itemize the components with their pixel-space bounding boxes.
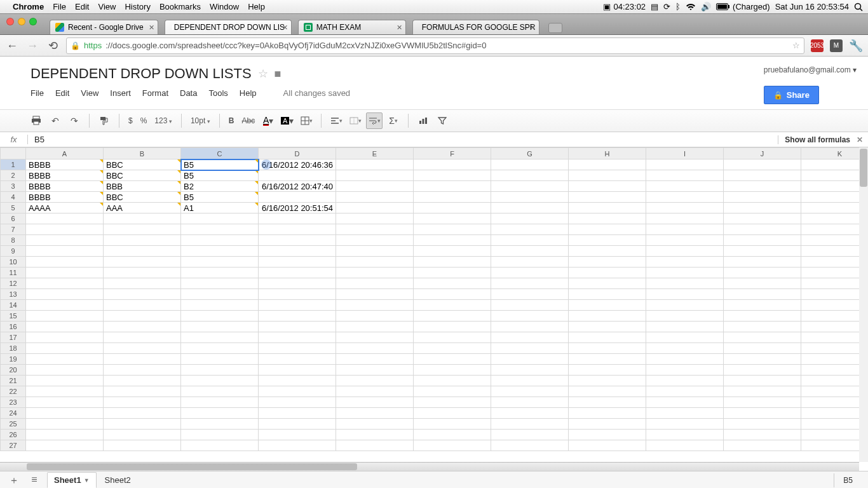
bookmark-star-icon[interactable]: ☆ <box>792 41 800 50</box>
cell-D22[interactable] <box>259 386 336 397</box>
cell-I15[interactable] <box>646 311 724 322</box>
cell-D12[interactable] <box>259 278 336 289</box>
cell-D14[interactable] <box>259 300 336 311</box>
cell-A21[interactable] <box>26 376 104 386</box>
number-format-button[interactable]: 123 <box>152 116 175 125</box>
cell-K16[interactable] <box>801 322 860 332</box>
functions-button[interactable]: Σ <box>385 112 402 129</box>
paint-format-button[interactable] <box>96 112 112 129</box>
cell-D25[interactable] <box>259 419 336 430</box>
cell-G24[interactable] <box>491 408 569 419</box>
cell-F26[interactable] <box>414 430 491 440</box>
row-header-22[interactable]: 22 <box>1 386 26 397</box>
cell-C7[interactable] <box>181 224 259 235</box>
row-header-19[interactable]: 19 <box>1 354 26 365</box>
cell-D8[interactable] <box>259 235 336 246</box>
cell-H6[interactable] <box>569 214 646 224</box>
cell-K19[interactable] <box>801 354 860 365</box>
cell-B3[interactable]: BBB <box>104 181 181 192</box>
cell-I23[interactable] <box>646 397 724 408</box>
cell-J3[interactable] <box>724 181 801 192</box>
cell-J18[interactable] <box>724 343 801 354</box>
cell-B27[interactable] <box>104 440 181 451</box>
cell-G12[interactable] <box>491 278 569 289</box>
cell-D4[interactable] <box>259 192 336 203</box>
cell-J12[interactable] <box>724 278 801 289</box>
row-header-6[interactable]: 6 <box>1 214 26 224</box>
cell-H17[interactable] <box>569 332 646 343</box>
cell-B7[interactable] <box>104 224 181 235</box>
cell-J10[interactable] <box>724 257 801 268</box>
cell-F20[interactable] <box>414 365 491 376</box>
chevron-down-icon[interactable]: ▼ <box>84 477 90 484</box>
cell-J14[interactable] <box>724 300 801 311</box>
col-header-E[interactable]: E <box>336 148 414 159</box>
cell-D18[interactable] <box>259 343 336 354</box>
cell-D16[interactable] <box>259 322 336 332</box>
select-all-corner[interactable] <box>1 148 26 159</box>
cell-H20[interactable] <box>569 365 646 376</box>
cell-F19[interactable] <box>414 354 491 365</box>
cell-C4[interactable]: B5 <box>181 192 259 203</box>
cell-E23[interactable] <box>336 397 414 408</box>
cell-J11[interactable] <box>724 268 801 278</box>
font-size-select[interactable]: 10pt <box>188 116 213 125</box>
cell-K27[interactable] <box>801 440 860 451</box>
cell-E16[interactable] <box>336 322 414 332</box>
print-button[interactable] <box>28 112 44 129</box>
col-header-B[interactable]: B <box>104 148 181 159</box>
cell-C3[interactable]: B2 <box>181 181 259 192</box>
cell-F22[interactable] <box>414 386 491 397</box>
cell-H22[interactable] <box>569 386 646 397</box>
cell-B22[interactable] <box>104 386 181 397</box>
cell-C1[interactable]: B5 <box>181 159 259 170</box>
cell-H23[interactable] <box>569 397 646 408</box>
cell-K13[interactable] <box>801 289 860 300</box>
mac-menu-edit[interactable]: Edit <box>75 2 89 11</box>
new-tab-button[interactable] <box>548 23 562 33</box>
cell-E27[interactable] <box>336 440 414 451</box>
cell-B19[interactable] <box>104 354 181 365</box>
cell-F1[interactable] <box>414 159 491 170</box>
cell-K21[interactable] <box>801 376 860 386</box>
cell-E4[interactable] <box>336 192 414 203</box>
cell-B15[interactable] <box>104 311 181 322</box>
cell-H15[interactable] <box>569 311 646 322</box>
col-header-D[interactable]: D <box>259 148 336 159</box>
cell-C23[interactable] <box>181 397 259 408</box>
cell-G3[interactable] <box>491 181 569 192</box>
menu-format[interactable]: Format <box>142 88 168 98</box>
cell-J4[interactable] <box>724 192 801 203</box>
cell-J22[interactable] <box>724 386 801 397</box>
cell-C27[interactable] <box>181 440 259 451</box>
cell-D5[interactable]: 6/16/2012 20:51:54 <box>259 203 336 214</box>
cell-I21[interactable] <box>646 376 724 386</box>
cell-A27[interactable] <box>26 440 104 451</box>
cell-A11[interactable] <box>26 268 104 278</box>
cell-B12[interactable] <box>104 278 181 289</box>
cell-D26[interactable] <box>259 430 336 440</box>
cell-F10[interactable] <box>414 257 491 268</box>
cell-A23[interactable] <box>26 397 104 408</box>
cell-G23[interactable] <box>491 397 569 408</box>
cell-H25[interactable] <box>569 419 646 430</box>
row-header-24[interactable]: 24 <box>1 408 26 419</box>
cell-E26[interactable] <box>336 430 414 440</box>
cell-J8[interactable] <box>724 235 801 246</box>
chart-button[interactable] <box>415 112 431 129</box>
cell-B25[interactable] <box>104 419 181 430</box>
cell-D21[interactable] <box>259 376 336 386</box>
row-header-16[interactable]: 16 <box>1 322 26 332</box>
cell-K2[interactable] <box>801 170 860 181</box>
cell-B26[interactable] <box>104 430 181 440</box>
cell-K26[interactable] <box>801 430 860 440</box>
cell-B13[interactable] <box>104 289 181 300</box>
cell-F27[interactable] <box>414 440 491 451</box>
cell-A19[interactable] <box>26 354 104 365</box>
cell-I8[interactable] <box>646 235 724 246</box>
wrap-button[interactable] <box>366 112 383 129</box>
cell-B4[interactable]: BBC <box>104 192 181 203</box>
cell-E15[interactable] <box>336 311 414 322</box>
cell-B14[interactable] <box>104 300 181 311</box>
cell-A9[interactable] <box>26 246 104 257</box>
